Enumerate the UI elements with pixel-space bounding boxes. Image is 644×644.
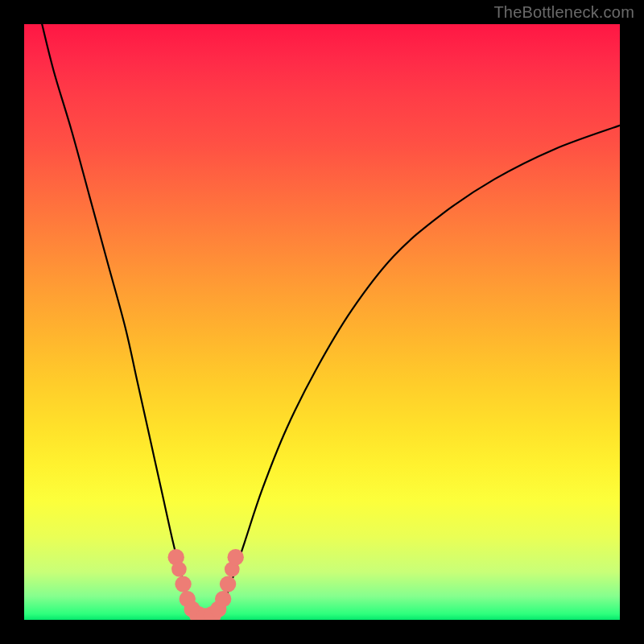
valley-marker <box>215 591 231 607</box>
chart-canvas: TheBottleneck.com <box>0 0 644 644</box>
curve-layer <box>24 24 620 620</box>
valley-markers <box>167 549 243 620</box>
valley-marker <box>175 576 191 592</box>
valley-marker <box>227 549 243 565</box>
valley-marker <box>220 576 236 592</box>
plot-area <box>24 24 620 620</box>
watermark-text: TheBottleneck.com <box>493 3 634 22</box>
bottleneck-curve <box>42 24 620 619</box>
valley-marker <box>171 562 187 577</box>
